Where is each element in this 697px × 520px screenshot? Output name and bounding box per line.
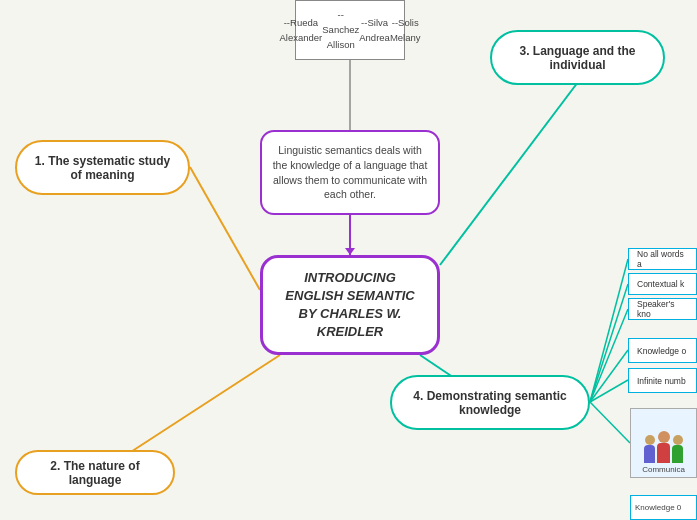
description-node[interactable]: Linguistic semantics deals with the know… [260, 130, 440, 215]
side-box-2[interactable]: Contextual k [628, 273, 697, 295]
list-item-2: --Sanchez Allison [322, 7, 359, 53]
list-box: --Rueda Alexander --Sanchez Allison --Si… [295, 0, 405, 60]
side-box-5[interactable]: Infinite numb [628, 368, 697, 393]
node-2[interactable]: 2. The nature of language [15, 450, 175, 495]
center-node[interactable]: INTRODUCING ENGLISH SEMANTIC BY CHARLES … [260, 255, 440, 355]
communication-label: Communica [642, 465, 685, 474]
person-1 [644, 435, 655, 463]
svg-marker-1 [345, 248, 355, 255]
svg-line-2 [190, 167, 260, 290]
node-4[interactable]: 4. Demonstrating semantic knowledge [390, 375, 590, 430]
center-text: INTRODUCING ENGLISH SEMANTIC BY CHARLES … [285, 269, 414, 342]
svg-line-6 [590, 259, 628, 402]
side-box-3[interactable]: Speaker's kno [628, 298, 697, 320]
svg-line-7 [590, 284, 628, 402]
svg-line-8 [590, 309, 628, 402]
svg-line-10 [590, 380, 628, 402]
node-2-label: 2. The nature of language [33, 459, 157, 487]
node-4-label: 4. Demonstrating semantic knowledge [408, 389, 572, 417]
list-item-1: --Rueda Alexander [279, 15, 322, 45]
description-text: Linguistic semantics deals with the know… [270, 143, 430, 202]
svg-line-9 [590, 350, 628, 402]
bottom-box-text: Knowledge 0 [635, 503, 681, 512]
people-icon [644, 431, 683, 463]
side-box-4[interactable]: Knowledge o [628, 338, 697, 363]
svg-line-4 [440, 82, 578, 265]
node-3[interactable]: 3. Language and the individual [490, 30, 665, 85]
person-3 [672, 435, 683, 463]
node-1[interactable]: 1. The systematic study of meaning [15, 140, 190, 195]
communication-image-box: Communica [630, 408, 697, 478]
mindmap-canvas: --Rueda Alexander --Sanchez Allison --Si… [0, 0, 697, 520]
list-item-4: --Solis Melany [390, 15, 421, 45]
svg-line-12 [590, 402, 630, 443]
list-item-3: --Silva Andrea [359, 15, 390, 45]
node-1-label: 1. The systematic study of meaning [33, 154, 172, 182]
bottom-extra-box[interactable]: Knowledge 0 [630, 495, 697, 520]
node-3-label: 3. Language and the individual [508, 44, 647, 72]
side-box-1[interactable]: No all words a [628, 248, 697, 270]
person-2 [657, 431, 670, 463]
